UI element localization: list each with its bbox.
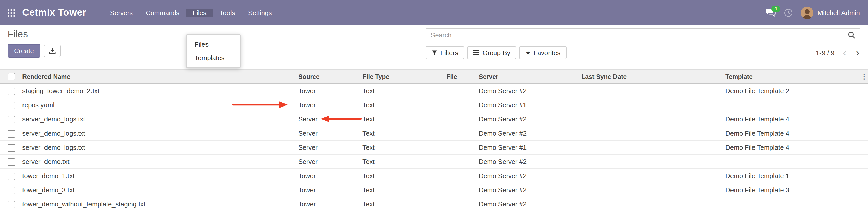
- messages-button[interactable]: 4: [765, 8, 776, 17]
- cell-source[interactable]: Server: [294, 155, 359, 169]
- cell-file-type[interactable]: Text: [359, 98, 442, 112]
- cell-file[interactable]: [442, 141, 475, 155]
- cell-rendered-name[interactable]: tower_demo_1.txt: [18, 169, 294, 183]
- column-header-template[interactable]: Template: [721, 69, 860, 84]
- cell-template[interactable]: [721, 197, 860, 211]
- cell-source[interactable]: Server: [294, 112, 359, 126]
- cell-template[interactable]: Demo File Template 4: [721, 141, 860, 155]
- pager-previous-button[interactable]: ‹: [842, 48, 847, 58]
- cell-rendered-name[interactable]: server_demo_logs.txt: [18, 112, 294, 126]
- table-row[interactable]: server_demo.txtServerTextDemo Server #2: [0, 155, 868, 169]
- row-checkbox[interactable]: [8, 172, 15, 180]
- cell-file-type[interactable]: Text: [359, 112, 442, 126]
- cell-server[interactable]: Demo Server #2: [475, 155, 577, 169]
- cell-last-sync-date[interactable]: [577, 169, 721, 183]
- favorites-button[interactable]: ★ Favorites: [520, 46, 567, 59]
- cell-last-sync-date[interactable]: [577, 126, 721, 141]
- search-button[interactable]: [843, 31, 860, 39]
- cell-server[interactable]: Demo Server #2: [475, 84, 577, 98]
- cell-last-sync-date[interactable]: [577, 183, 721, 197]
- table-row[interactable]: server_demo_logs.txtServerTextDemo Serve…: [0, 126, 868, 141]
- cell-file[interactable]: [442, 183, 475, 197]
- activities-button[interactable]: [784, 8, 793, 17]
- cell-server[interactable]: Demo Server #2: [475, 183, 577, 197]
- cell-server[interactable]: Demo Server #1: [475, 98, 577, 112]
- cell-file-type[interactable]: Text: [359, 197, 442, 211]
- cell-server[interactable]: Demo Server #2: [475, 126, 577, 141]
- cell-file[interactable]: [442, 98, 475, 112]
- app-brand[interactable]: Cetmix Tower: [22, 7, 104, 18]
- cell-rendered-name[interactable]: server_demo_logs.txt: [18, 141, 294, 155]
- cell-template[interactable]: Demo File Template 4: [721, 126, 860, 141]
- menu-item-commands[interactable]: Commands: [139, 9, 186, 17]
- row-checkbox[interactable]: [8, 101, 15, 109]
- cell-template[interactable]: Demo File Template 2: [721, 84, 860, 98]
- cell-file[interactable]: [442, 169, 475, 183]
- cell-last-sync-date[interactable]: [577, 141, 721, 155]
- table-row[interactable]: server_demo_logs.txtServerTextDemo Serve…: [0, 112, 868, 126]
- table-row[interactable]: tower_demo_1.txtTowerTextDemo Server #2D…: [0, 169, 868, 183]
- menu-item-servers[interactable]: Servers: [104, 9, 140, 17]
- filters-button[interactable]: Filters: [426, 46, 464, 59]
- column-header-source[interactable]: Source: [294, 69, 359, 84]
- cell-template[interactable]: [721, 98, 860, 112]
- column-header-file-type[interactable]: File Type: [359, 69, 442, 84]
- table-row[interactable]: repos.yamlTowerTextDemo Server #1: [0, 98, 868, 112]
- group-by-button[interactable]: Group By: [467, 46, 517, 59]
- optional-columns-toggle[interactable]: ⋮: [860, 69, 868, 84]
- cell-template[interactable]: [721, 155, 860, 169]
- search-input[interactable]: [426, 31, 843, 39]
- user-menu[interactable]: Mitchell Admin: [801, 6, 860, 19]
- cell-server[interactable]: Demo Server #2: [475, 169, 577, 183]
- cell-file-type[interactable]: Text: [359, 183, 442, 197]
- cell-file-type[interactable]: Text: [359, 169, 442, 183]
- cell-template[interactable]: Demo File Template 4: [721, 112, 860, 126]
- create-button[interactable]: Create: [8, 44, 40, 58]
- table-row[interactable]: server_demo_logs.txtServerTextDemo Serve…: [0, 141, 868, 155]
- cell-source[interactable]: Tower: [294, 197, 359, 211]
- cell-last-sync-date[interactable]: [577, 112, 721, 126]
- cell-source[interactable]: Tower: [294, 183, 359, 197]
- select-all-checkbox[interactable]: [8, 73, 15, 81]
- cell-file-type[interactable]: Text: [359, 84, 442, 98]
- cell-file-type[interactable]: Text: [359, 141, 442, 155]
- pager-next-button[interactable]: ›: [855, 48, 860, 58]
- cell-rendered-name[interactable]: tower_demo_3.txt: [18, 183, 294, 197]
- column-header-file[interactable]: File: [442, 69, 475, 84]
- cell-template[interactable]: Demo File Template 1: [721, 169, 860, 183]
- cell-file[interactable]: [442, 155, 475, 169]
- cell-file[interactable]: [442, 112, 475, 126]
- row-checkbox[interactable]: [8, 144, 15, 152]
- cell-last-sync-date[interactable]: [577, 84, 721, 98]
- cell-last-sync-date[interactable]: [577, 197, 721, 211]
- cell-server[interactable]: Demo Server #2: [475, 197, 577, 211]
- cell-rendered-name[interactable]: server_demo_logs.txt: [18, 126, 294, 141]
- cell-source[interactable]: Tower: [294, 169, 359, 183]
- cell-rendered-name[interactable]: server_demo.txt: [18, 155, 294, 169]
- cell-rendered-name[interactable]: tower_demo_without_template_staging.txt: [18, 197, 294, 211]
- cell-source[interactable]: Server: [294, 141, 359, 155]
- cell-file[interactable]: [442, 197, 475, 211]
- cell-server[interactable]: Demo Server #1: [475, 141, 577, 155]
- cell-last-sync-date[interactable]: [577, 155, 721, 169]
- column-header-rendered-name[interactable]: Rendered Name: [18, 69, 294, 84]
- row-checkbox[interactable]: [8, 116, 15, 123]
- row-checkbox[interactable]: [8, 158, 15, 166]
- cell-source[interactable]: Tower: [294, 98, 359, 112]
- apps-menu-button[interactable]: [0, 9, 22, 17]
- row-checkbox[interactable]: [8, 87, 15, 95]
- dropdown-item-templates[interactable]: Templates: [187, 51, 240, 64]
- column-header-server[interactable]: Server: [475, 69, 577, 84]
- dropdown-item-files[interactable]: Files: [187, 37, 240, 51]
- cell-rendered-name[interactable]: staging_tower_demo_2.txt: [18, 84, 294, 98]
- table-row[interactable]: tower_demo_3.txtTowerTextDemo Server #2D…: [0, 183, 868, 197]
- cell-source[interactable]: Tower: [294, 84, 359, 98]
- row-checkbox[interactable]: [8, 201, 15, 208]
- menu-item-files[interactable]: Files Files Templates: [186, 9, 213, 17]
- cell-file-type[interactable]: Text: [359, 155, 442, 169]
- cell-source[interactable]: Server: [294, 126, 359, 141]
- export-button[interactable]: [44, 44, 61, 57]
- cell-last-sync-date[interactable]: [577, 98, 721, 112]
- row-checkbox[interactable]: [8, 186, 15, 194]
- cell-file-type[interactable]: Text: [359, 126, 442, 141]
